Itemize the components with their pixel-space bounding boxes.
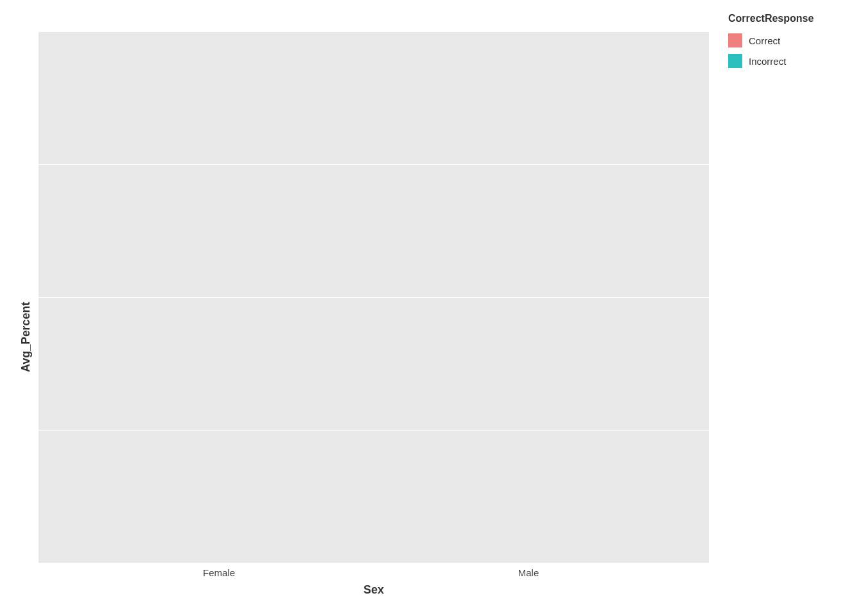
chart-title-area	[13, 13, 709, 32]
x-axis-title: Sex	[39, 583, 709, 597]
x-axis-labels: Female Male	[39, 567, 709, 578]
legend-label-incorrect: Incorrect	[749, 56, 786, 67]
legend-item-incorrect: Incorrect	[728, 54, 786, 68]
x-label-male: Male	[374, 567, 683, 578]
x-label-female: Female	[64, 567, 374, 578]
legend-panel: CorrectResponse Correct Incorrect	[709, 13, 850, 113]
chart-container: Avg_Percent 0 25 50 75	[0, 0, 863, 616]
bars-area	[39, 32, 709, 563]
legend-title: CorrectResponse	[728, 13, 814, 24]
chart-area: Avg_Percent 0 25 50 75	[13, 13, 709, 603]
legend-swatch-incorrect	[728, 54, 742, 68]
chart-plot-area: 0 25 50 75	[39, 32, 709, 603]
legend-item-correct: Correct	[728, 33, 780, 47]
chart-wrapper: Avg_Percent 0 25 50 75	[13, 13, 850, 603]
legend-swatch-correct	[728, 33, 742, 47]
plot-background: 0 25 50 75	[39, 32, 709, 563]
legend-label-correct: Correct	[749, 35, 780, 46]
y-axis-label: Avg_Percent	[13, 32, 39, 603]
chart-inner: Avg_Percent 0 25 50 75	[13, 32, 709, 603]
